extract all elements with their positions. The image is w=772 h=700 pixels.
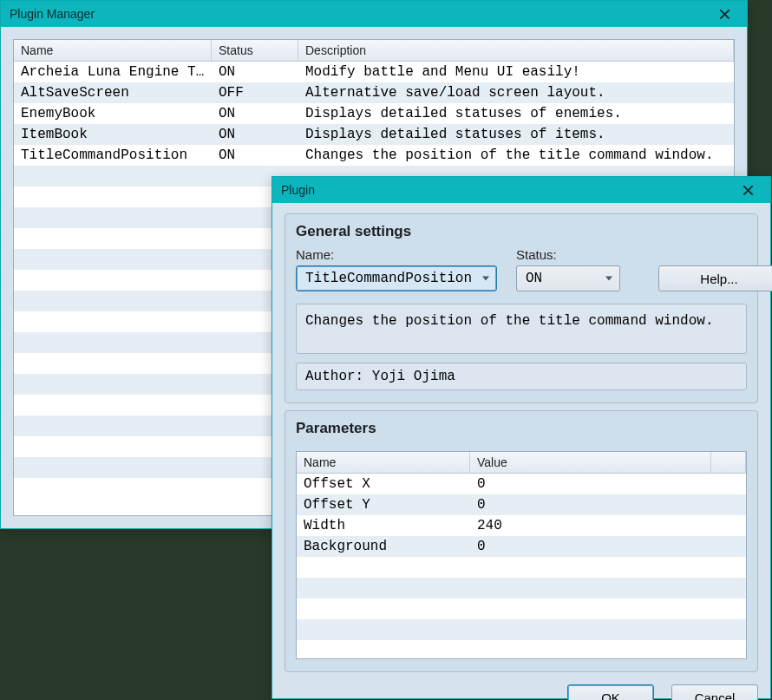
status-select[interactable]: ON <box>516 265 620 291</box>
cell-param-value: 240 <box>470 518 711 533</box>
table-row-empty[interactable] <box>297 578 746 599</box>
table-row[interactable]: Archeia Luna Engine TestONModify battle … <box>14 62 734 82</box>
param-col-value[interactable]: Value <box>470 452 711 473</box>
name-label: Name: <box>296 247 497 262</box>
plugin-table-header: Name Status Description <box>14 40 734 62</box>
cell-description: Changes the position of the title comman… <box>298 147 734 163</box>
table-row[interactable]: Offset Y0 <box>297 494 746 515</box>
table-row[interactable]: AltSaveScreenOFFAlternative save/load sc… <box>14 82 734 103</box>
cell-description: Alternative save/load screen layout. <box>298 85 734 101</box>
cell-name: ItemBook <box>14 127 212 142</box>
table-row[interactable]: TitleCommandPositionONChanges the positi… <box>14 145 734 166</box>
cancel-button[interactable]: Cancel <box>671 684 758 700</box>
status-label: Status: <box>516 247 620 262</box>
cell-status: ON <box>212 106 298 121</box>
cell-name: TitleCommandPosition <box>14 147 212 163</box>
name-select[interactable]: TitleCommandPosition <box>296 265 497 291</box>
dialog-footer: OK Cancel <box>285 679 758 700</box>
chevron-down-icon <box>605 277 612 281</box>
table-row[interactable]: Background0 <box>297 536 746 557</box>
cell-status: ON <box>212 127 298 142</box>
cell-status: ON <box>212 147 298 163</box>
table-row-empty[interactable] <box>297 557 746 578</box>
chevron-down-icon <box>482 277 489 281</box>
cell-param-value: 0 <box>470 497 711 513</box>
parameters-table-body: Offset X0Offset Y0Width240Background0 <box>297 474 746 658</box>
col-description[interactable]: Description <box>298 40 734 61</box>
cell-description: Displays detailed statuses of items. <box>298 127 734 142</box>
status-select-value: ON <box>526 271 542 286</box>
plugin-manager-titlebar[interactable]: Plugin Manager <box>1 1 747 27</box>
param-col-name[interactable]: Name <box>297 452 470 473</box>
cell-param-name: Offset Y <box>297 497 470 513</box>
cell-param-name: Width <box>297 518 470 533</box>
cell-name: AltSaveScreen <box>14 85 212 101</box>
cell-status: ON <box>212 64 298 80</box>
cell-name: Archeia Luna Engine Test <box>14 64 212 80</box>
close-icon[interactable] <box>730 179 765 201</box>
col-name[interactable]: Name <box>14 40 212 61</box>
cell-description: Modify battle and Menu UI easily! <box>298 64 734 80</box>
cell-param-name: Offset X <box>297 476 470 492</box>
cell-param-value: 0 <box>470 476 711 492</box>
parameters-heading: Parameters <box>296 420 747 437</box>
table-row-empty[interactable] <box>297 599 746 619</box>
table-row[interactable]: Offset X0 <box>297 474 746 494</box>
ok-button[interactable]: OK <box>567 684 654 700</box>
cell-name: EnemyBook <box>14 106 212 121</box>
parameters-group: Parameters Name Value Offset X0Offset Y0… <box>285 410 758 672</box>
general-settings-heading: General settings <box>296 223 747 240</box>
plugin-dialog: Plugin General settings Name: TitleComma… <box>272 176 771 699</box>
plugin-author: Author: Yoji Ojima <box>296 363 747 390</box>
close-icon[interactable] <box>707 3 742 25</box>
table-row-empty[interactable] <box>297 640 746 658</box>
cell-description: Displays detailed statuses of enemies. <box>298 106 734 121</box>
col-status[interactable]: Status <box>212 40 298 61</box>
table-row[interactable]: EnemyBookONDisplays detailed statuses of… <box>14 103 734 124</box>
cell-param-value: 0 <box>470 539 711 554</box>
plugin-manager-title: Plugin Manager <box>10 7 707 21</box>
name-select-value: TitleCommandPosition <box>305 271 472 286</box>
cell-status: OFF <box>212 85 298 101</box>
table-row[interactable]: Width240 <box>297 515 746 536</box>
plugin-dialog-title: Plugin <box>281 183 730 197</box>
parameters-table-header: Name Value <box>297 452 746 474</box>
help-button[interactable]: Help... <box>658 265 772 291</box>
table-row[interactable]: ItemBookONDisplays detailed statuses of … <box>14 124 734 145</box>
general-settings-group: General settings Name: TitleCommandPosit… <box>285 213 758 403</box>
table-row-empty[interactable] <box>297 619 746 640</box>
param-col-spacer <box>711 452 746 473</box>
plugin-dialog-titlebar[interactable]: Plugin <box>272 177 770 203</box>
cell-param-name: Background <box>297 539 470 554</box>
plugin-description: Changes the position of the title comman… <box>296 304 747 354</box>
parameters-table[interactable]: Name Value Offset X0Offset Y0Width240Bac… <box>296 451 747 659</box>
